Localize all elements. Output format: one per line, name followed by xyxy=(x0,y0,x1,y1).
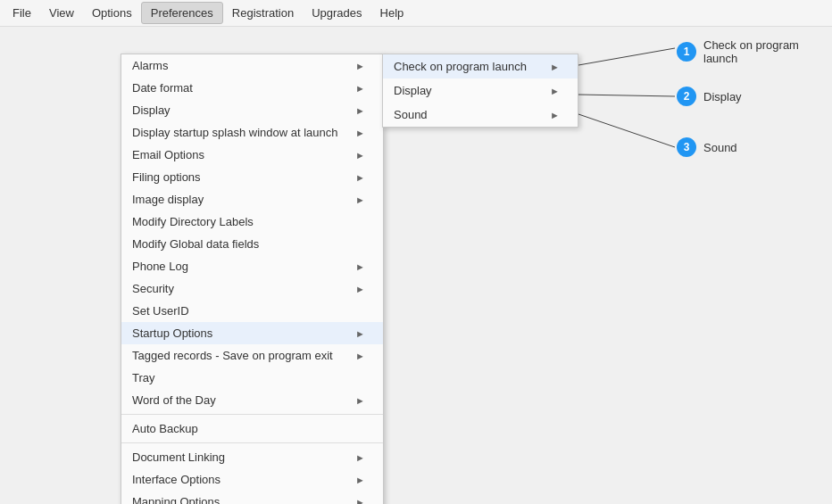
arrow-icon: ► xyxy=(355,261,365,272)
callout-3: 3 Sound xyxy=(677,137,737,157)
callout-2: 2 Display xyxy=(677,87,742,106)
arrow-icon: ► xyxy=(355,328,365,339)
menu-document-linking[interactable]: Document Linking ► xyxy=(121,446,383,468)
menubar-options[interactable]: Options xyxy=(83,3,141,23)
callout-label-2: Display xyxy=(703,90,742,103)
arrow-icon: ► xyxy=(355,475,365,485)
arrow-icon: ► xyxy=(355,128,365,138)
arrow-icon: ► xyxy=(550,86,560,96)
preferences-dropdown: Alarms ► Date format ► Display ► Display… xyxy=(121,54,384,504)
callout-label-3: Sound xyxy=(703,141,737,154)
menu-mapping-options[interactable]: Mapping Options ► xyxy=(121,491,383,504)
menu-email-options[interactable]: Email Options ► xyxy=(121,144,383,166)
arrow-icon: ► xyxy=(355,61,365,71)
menu-date-format[interactable]: Date format ► xyxy=(121,77,383,99)
callout-number-3: 3 xyxy=(677,137,696,157)
arrow-icon: ► xyxy=(355,452,365,463)
menu-word-of-day[interactable]: Word of the Day ► xyxy=(121,389,383,411)
arrow-icon: ► xyxy=(355,284,365,294)
menu-security[interactable]: Security ► xyxy=(121,277,383,300)
svg-line-2 xyxy=(578,114,675,147)
menu-set-userid[interactable]: Set UserID xyxy=(121,300,383,322)
menubar-upgrades[interactable]: Upgrades xyxy=(303,3,370,23)
submenu-check-on-launch[interactable]: Check on program launch ► xyxy=(383,54,578,78)
callout-number-2: 2 xyxy=(677,87,696,106)
arrow-icon: ► xyxy=(355,105,365,116)
menubar: File View Options Preferences Registrati… xyxy=(0,0,832,27)
menu-tagged-records[interactable]: Tagged records - Save on program exit ► xyxy=(121,344,383,367)
submenu-sound[interactable]: Sound ► xyxy=(383,103,578,127)
arrow-icon: ► xyxy=(550,62,560,72)
menu-startup-options[interactable]: Startup Options ► xyxy=(121,322,383,344)
menu-filing-options[interactable]: Filing options ► xyxy=(121,166,383,188)
menubar-file[interactable]: File xyxy=(4,3,40,23)
svg-line-0 xyxy=(578,48,675,65)
content-area: Alarms ► Date format ► Display ► Display… xyxy=(0,27,832,504)
callout-number-1: 1 xyxy=(677,42,696,62)
menubar-preferences[interactable]: Preferences xyxy=(141,2,223,24)
arrow-icon: ► xyxy=(355,194,365,205)
callout-label-1: Check on program launch xyxy=(703,38,832,65)
menu-display[interactable]: Display ► xyxy=(121,99,383,121)
separator-2 xyxy=(121,442,383,443)
startup-options-submenu: Check on program launch ► Display ► Soun… xyxy=(382,54,578,128)
arrow-icon: ► xyxy=(355,172,365,183)
menu-auto-backup[interactable]: Auto Backup xyxy=(121,417,383,440)
menu-display-startup[interactable]: Display startup splash window at launch … xyxy=(121,121,383,144)
submenu-display[interactable]: Display ► xyxy=(383,78,578,103)
arrow-icon: ► xyxy=(355,395,365,406)
callout-1: 1 Check on program launch xyxy=(677,38,832,65)
menu-modify-global[interactable]: Modify Global data fields xyxy=(121,233,383,255)
arrow-icon: ► xyxy=(355,150,365,161)
menubar-help[interactable]: Help xyxy=(371,3,413,23)
menu-interface-options[interactable]: Interface Options ► xyxy=(121,468,383,491)
menu-image-display[interactable]: Image display ► xyxy=(121,188,383,211)
separator-1 xyxy=(121,414,383,415)
menubar-view[interactable]: View xyxy=(40,3,83,23)
menubar-registration[interactable]: Registration xyxy=(223,3,303,23)
arrow-icon: ► xyxy=(550,110,560,120)
menu-phone-log[interactable]: Phone Log ► xyxy=(121,255,383,277)
menu-alarms[interactable]: Alarms ► xyxy=(121,54,383,77)
menu-modify-directory[interactable]: Modify Directory Labels xyxy=(121,211,383,233)
svg-line-1 xyxy=(578,95,675,96)
arrow-icon: ► xyxy=(355,83,365,94)
arrow-icon: ► xyxy=(355,497,365,505)
arrow-icon: ► xyxy=(355,351,365,361)
menu-tray[interactable]: Tray xyxy=(121,367,383,389)
